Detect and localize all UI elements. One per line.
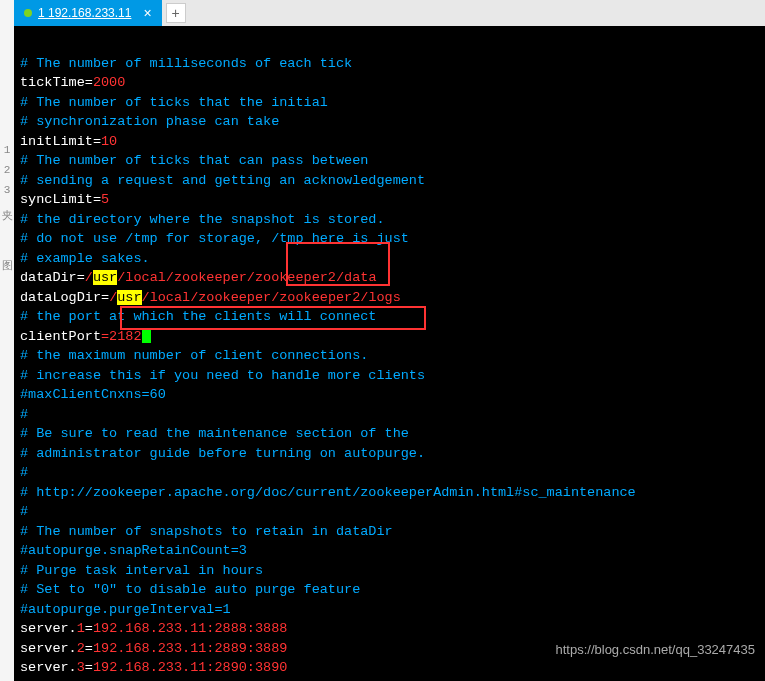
config-key: clientPort [20, 329, 101, 344]
comment-line: # http://zookeeper.apache.org/doc/curren… [20, 485, 636, 500]
comment-line: # The number of milliseconds of each tic… [20, 56, 352, 71]
path-part: /local/zookeeper/zookeeper2/data [117, 270, 376, 285]
comment-line: # Set to "0" to disable auto purge featu… [20, 582, 360, 597]
comment-line: # the maximum number of client connectio… [20, 348, 368, 363]
sv-addr: 192.168.233.11:2888:3888 [93, 621, 287, 636]
comment-line: # sending a request and getting an ackno… [20, 173, 425, 188]
gutter-num: 3 [0, 180, 14, 200]
sv-addr: 192.168.233.11:2889:3889 [93, 641, 287, 656]
comment-line: # [20, 407, 28, 422]
config-key: initLimit= [20, 134, 101, 149]
config-value: 2000 [93, 75, 125, 90]
tab-active[interactable]: 1 192.168.233.11 × [14, 0, 162, 26]
comment-line: #maxClientCnxns=60 [20, 387, 166, 402]
comment-line: # example sakes. [20, 251, 150, 266]
config-key: dataDir= [20, 270, 85, 285]
close-icon[interactable]: × [143, 5, 151, 21]
comment-line: #autopurge.purgeInterval=1 [20, 602, 231, 617]
comment-line: # do not use /tmp for storage, /tmp here… [20, 231, 409, 246]
config-key: server. [20, 641, 77, 656]
comment-line: # the directory where the snapshot is st… [20, 212, 385, 227]
watermark-text: https://blog.csdn.net/qq_33247435 [556, 640, 756, 660]
sv-addr: 192.168.233.11:2890:3890 [93, 660, 287, 675]
comment-line: # The number of ticks that the initial [20, 95, 328, 110]
comment-line: # Be sure to read the maintenance sectio… [20, 426, 409, 441]
config-value: 5 [101, 192, 109, 207]
config-value: 10 [101, 134, 117, 149]
config-value: =2182 [101, 329, 142, 344]
tab-label: 1 192.168.233.11 [38, 6, 131, 20]
eq: = [85, 641, 93, 656]
eq: = [85, 621, 93, 636]
config-key: syncLimit= [20, 192, 101, 207]
comment-line: # administrator guide before turning on … [20, 446, 425, 461]
status-dot-icon [24, 9, 32, 17]
sv-num: 1 [77, 621, 85, 636]
config-key: tickTime= [20, 75, 93, 90]
config-key: server. [20, 621, 77, 636]
comment-line: # Purge task interval in hours [20, 563, 263, 578]
terminal-content[interactable]: # The number of milliseconds of each tic… [14, 26, 765, 681]
gutter-cn: 夹 [0, 206, 14, 226]
add-tab-button[interactable]: + [166, 3, 186, 23]
comment-line: # [20, 465, 28, 480]
comment-line: # synchronization phase can take [20, 114, 279, 129]
cursor-icon [142, 328, 151, 343]
comment-line: # The number of ticks that can pass betw… [20, 153, 368, 168]
tab-bar: 1 192.168.233.11 × + [14, 0, 765, 26]
gutter-num: 2 [0, 160, 14, 180]
comment-line: #autopurge.snapRetainCount=3 [20, 543, 247, 558]
left-gutter: 1 2 3 夹 图 [0, 0, 14, 681]
path-part: /local/zookeeper/zookeeper2/logs [142, 290, 401, 305]
sv-num: 2 [77, 641, 85, 656]
comment-line: # increase this if you need to handle mo… [20, 368, 425, 383]
comment-line: # [20, 504, 28, 519]
config-key: dataLogDir= [20, 290, 109, 305]
path-part: / [85, 270, 93, 285]
sv-num: 3 [77, 660, 85, 675]
gutter-cn: 图 [0, 256, 14, 276]
comment-line: # The number of snapshots to retain in d… [20, 524, 393, 539]
highlight-usr: usr [93, 270, 117, 285]
comment-line: # the port at which the clients will con… [20, 309, 376, 324]
config-key: server. [20, 660, 77, 675]
eq: = [85, 660, 93, 675]
highlight-usr: usr [117, 290, 141, 305]
gutter-num: 1 [0, 140, 14, 160]
